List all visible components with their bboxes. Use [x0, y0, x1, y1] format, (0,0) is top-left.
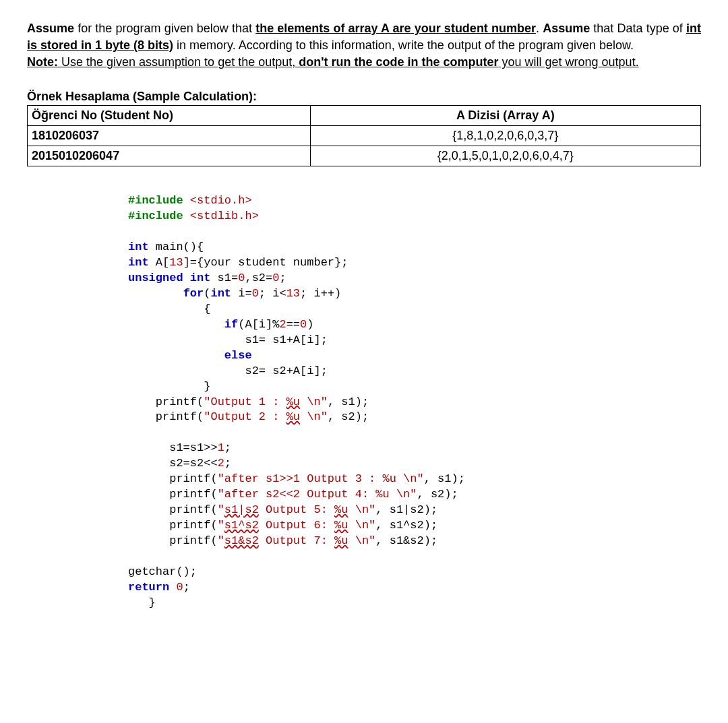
cell-student-2: 2015010206047 — [28, 146, 311, 166]
cell-array-2: {2,0,1,5,0,1,0,2,0,6,0,4,7} — [310, 146, 700, 166]
header-student-no: Öğrenci No (Student No) — [28, 105, 311, 125]
instructions-paragraph: Assume for the program given below that … — [27, 20, 701, 71]
sample-table: Öğrenci No (Student No) A Dizisi (Array … — [27, 105, 701, 167]
code-block: #include <stdio.h> #include <stdlib.h> i… — [128, 193, 701, 610]
note-label: Note: — [27, 55, 58, 69]
assume-word: Assume — [27, 22, 74, 35]
cell-student-1: 1810206037 — [28, 125, 311, 146]
table-row: 2015010206047 {2,0,1,5,0,1,0,2,0,6,0,4,7… — [28, 146, 701, 166]
table-row: Öğrenci No (Student No) A Dizisi (Array … — [28, 105, 701, 125]
assume-word-2: Assume — [543, 22, 590, 35]
header-array-a: A Dizisi (Array A) — [310, 105, 700, 125]
sample-calc-title: Örnek Hesaplama (Sample Calculation): — [27, 88, 701, 105]
cell-array-1: {1,8,1,0,2,0,6,0,3,7} — [310, 125, 700, 146]
table-row: 1810206037 {1,8,1,0,2,0,6,0,3,7} — [28, 125, 701, 146]
